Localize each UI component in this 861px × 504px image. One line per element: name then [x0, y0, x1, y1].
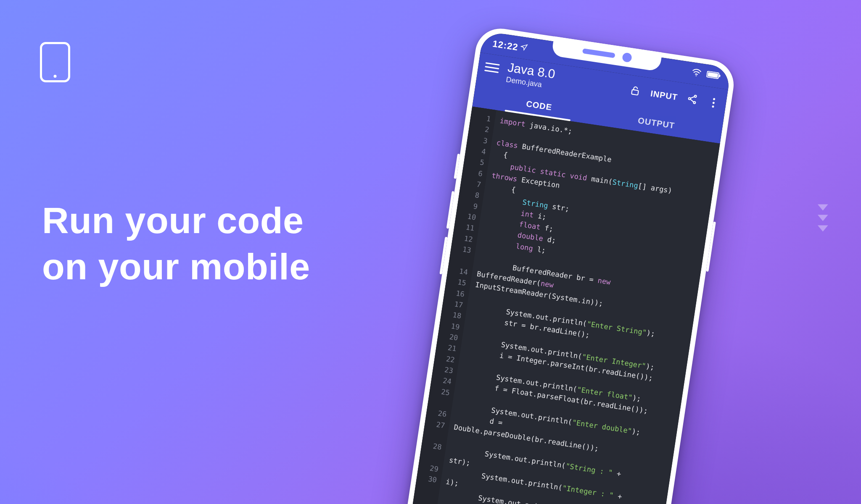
share-icon[interactable] — [686, 93, 700, 106]
phone-side-button — [454, 154, 460, 179]
svg-rect-4 — [708, 72, 718, 78]
promo-stage: Run your code on your mobile ▼▼▼ 12:22 — [0, 0, 861, 504]
code-editor[interactable]: 12345678910111213 1415161718192021222324… — [407, 107, 720, 504]
location-icon — [520, 43, 528, 51]
phone-side-button — [439, 237, 447, 275]
svg-rect-6 — [631, 89, 639, 95]
svg-point-2 — [695, 75, 697, 76]
phone-outline-icon — [40, 42, 70, 82]
lock-open-icon[interactable] — [629, 84, 642, 98]
svg-point-7 — [694, 95, 696, 97]
chevron-down-icon: ▼▼▼ — [814, 202, 832, 234]
device-mockup: 12:22 — [401, 25, 737, 504]
wifi-icon — [691, 68, 702, 77]
headline-line-1: Run your code — [42, 197, 310, 244]
battery-icon — [706, 71, 721, 79]
menu-button[interactable] — [484, 59, 500, 76]
phone-side-button — [706, 221, 716, 272]
phone-side-button — [446, 191, 454, 229]
input-button[interactable]: INPUT — [650, 89, 679, 102]
overflow-menu-button[interactable] — [707, 96, 720, 109]
headline-line-2: on your mobile — [42, 244, 310, 290]
headline: Run your code on your mobile — [42, 197, 310, 290]
status-time: 12:22 — [492, 38, 519, 53]
